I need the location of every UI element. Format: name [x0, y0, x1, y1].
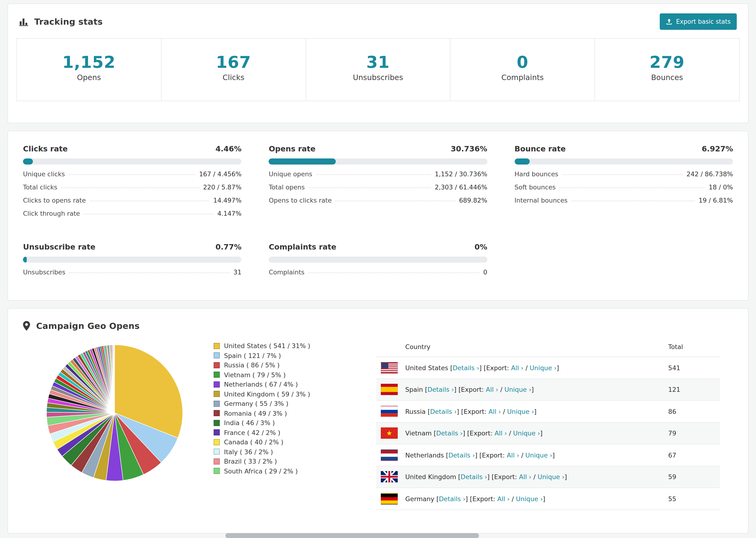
- details-link[interactable]: Details ›: [439, 495, 465, 503]
- summary-box: 31Unsubscribes: [306, 39, 451, 101]
- link-separator-text: /: [510, 495, 516, 503]
- summary-box: 279Bounces: [595, 39, 739, 101]
- stat-row: Soft bounces18 / 0%: [514, 183, 733, 196]
- stat-value: 689.82%: [459, 196, 487, 204]
- summary-value: 31: [306, 53, 450, 72]
- link-separator-text: /: [507, 430, 513, 437]
- legend-item[interactable]: Russia ( 86 / 5% ): [214, 360, 360, 370]
- details-link[interactable]: Details ›: [428, 386, 454, 394]
- export-all-link[interactable]: All ›: [507, 452, 519, 459]
- details-link[interactable]: Details ›: [436, 430, 463, 437]
- column-header-total: Total: [668, 343, 720, 350]
- link-separator-text: ]: [534, 408, 536, 415]
- export-unique-link[interactable]: Unique ›: [504, 386, 531, 394]
- rate-group: Bounce rate6.927%Hard bounces242 / 86.73…: [514, 144, 733, 223]
- stat-value: 18 / 0%: [709, 183, 733, 191]
- legend-item[interactable]: Canada ( 40 / 2% ): [214, 437, 360, 447]
- link-separator-text: [: [426, 408, 430, 415]
- gb-flag-icon: [381, 471, 398, 483]
- stat-value: 19 / 6.81%: [699, 196, 733, 204]
- link-separator-text: ] [: [487, 473, 494, 481]
- legend-label: Italy ( 36 / 2% ): [224, 448, 273, 456]
- legend-label: Romania ( 49 / 3% ): [224, 409, 287, 417]
- country-name: Russia: [405, 408, 426, 415]
- geo-table-header: Country Total: [376, 336, 720, 357]
- legend-swatch: [214, 372, 220, 378]
- legend-label: South Africa ( 29 / 2% ): [224, 467, 298, 475]
- rate-header: Complaints rate0%: [269, 242, 487, 251]
- summary-label: Unsubscribes: [306, 73, 450, 82]
- country-cell: Germany [Details ›] [Export: All › / Uni…: [405, 495, 668, 503]
- dotted-leader: [61, 188, 199, 188]
- legend-item[interactable]: South Africa ( 29 / 2% ): [214, 466, 360, 476]
- legend-item[interactable]: Germany ( 55 / 3% ): [214, 399, 360, 408]
- stat-label: Unique clicks: [23, 170, 65, 178]
- export-all-link[interactable]: All ›: [495, 430, 507, 437]
- export-all-link[interactable]: All ›: [486, 386, 498, 394]
- rates-card: Clicks rate4.46%Unique clicks167 / 4.456…: [8, 131, 748, 301]
- link-separator-text: /: [531, 473, 537, 481]
- export-unique-link[interactable]: Unique ›: [525, 452, 553, 459]
- legend-label: India ( 46 / 3% ): [224, 419, 275, 427]
- rate-progress-bar: [23, 158, 242, 165]
- export-unique-link[interactable]: Unique ›: [513, 430, 540, 437]
- export-basic-stats-button[interactable]: Export basic stats: [660, 13, 737, 30]
- stat-value: 167 / 4.456%: [199, 170, 242, 178]
- export-unique-link[interactable]: Unique ›: [507, 408, 534, 415]
- dotted-leader: [83, 214, 213, 214]
- legend-item[interactable]: Romania ( 49 / 3% ): [214, 408, 360, 418]
- link-separator-text: ] [: [465, 495, 472, 503]
- link-separator-text: Export:: [472, 495, 497, 503]
- legend-item[interactable]: Italy ( 36 / 2% ): [214, 447, 360, 457]
- details-link[interactable]: Details ›: [460, 473, 487, 481]
- legend-label: Brazil ( 33 / 2% ): [224, 458, 277, 465]
- stat-row: Complaints0: [269, 268, 487, 282]
- rate-header: Unsubscribe rate0.77%: [23, 242, 242, 251]
- legend-item[interactable]: Brazil ( 33 / 2% ): [214, 457, 360, 466]
- legend-item[interactable]: United States ( 541 / 31% ): [214, 341, 360, 351]
- link-separator-text: ]: [552, 452, 555, 459]
- export-unique-link[interactable]: Unique ›: [530, 364, 557, 372]
- stat-value: 220 / 5.87%: [203, 183, 242, 191]
- geo-table: Country Total United States [Details ›] …: [376, 336, 720, 510]
- tracking-stats-title-group: Tracking stats: [19, 17, 103, 27]
- stat-label: Clicks to opens rate: [23, 196, 86, 204]
- link-separator-text: [: [448, 364, 453, 372]
- legend-item[interactable]: Spain ( 121 / 7% ): [214, 351, 360, 360]
- stat-row: Click through rate4.147%: [23, 210, 242, 223]
- stat-label: Opens to clicks rate: [269, 196, 332, 204]
- legend-item[interactable]: France ( 42 / 2% ): [214, 428, 360, 437]
- map-pin-icon: [23, 321, 30, 331]
- legend-item[interactable]: United Kingdom ( 59 / 3% ): [214, 389, 360, 399]
- export-unique-link[interactable]: Unique ›: [516, 495, 543, 503]
- export-all-link[interactable]: All ›: [497, 495, 510, 503]
- table-row: United States [Details ›] [Export: All ›…: [376, 357, 720, 379]
- rate-rows: Hard bounces242 / 86.738%Soft bounces18 …: [514, 170, 733, 210]
- summary-boxes: 1,152Opens167Clicks31Unsubscribes0Compla…: [17, 38, 739, 101]
- legend-item[interactable]: India ( 46 / 3% ): [214, 418, 360, 428]
- export-unique-link[interactable]: Unique ›: [538, 473, 565, 481]
- link-separator-text: ]: [565, 473, 567, 481]
- details-link[interactable]: Details ›: [430, 408, 457, 415]
- country-total: 79: [668, 430, 720, 437]
- link-separator-text: Export:: [494, 473, 519, 481]
- rate-rows: Unique opens1,152 / 30.736%Total opens2,…: [269, 170, 487, 210]
- link-separator-text: /: [498, 386, 504, 394]
- rate-header: Opens rate30.736%: [269, 144, 487, 153]
- country-total: 67: [668, 452, 720, 459]
- table-row: United Kingdom [Details ›] [Export: All …: [376, 466, 720, 488]
- stat-row: Clicks to opens rate14.497%: [23, 196, 242, 210]
- export-all-link[interactable]: All ›: [511, 364, 523, 372]
- table-row: Russia [Details ›] [Export: All › / Uniq…: [376, 401, 720, 422]
- campaign-geo-opens-card: Campaign Geo Opens United States ( 541 /…: [8, 308, 748, 534]
- geo-table-body: United States [Details ›] [Export: All ›…: [376, 357, 720, 510]
- geo-pie-chart: [45, 343, 185, 483]
- details-link[interactable]: Details ›: [453, 364, 479, 372]
- stat-row: Hard bounces242 / 86.738%: [514, 170, 733, 183]
- export-all-link[interactable]: All ›: [489, 408, 501, 415]
- legend-item[interactable]: Vietnam ( 79 / 5% ): [214, 370, 360, 380]
- horizontal-scrollbar[interactable]: [225, 533, 479, 538]
- legend-item[interactable]: Netherlands ( 67 / 4% ): [214, 380, 360, 389]
- export-all-link[interactable]: All ›: [519, 473, 531, 481]
- details-link[interactable]: Details ›: [449, 452, 475, 459]
